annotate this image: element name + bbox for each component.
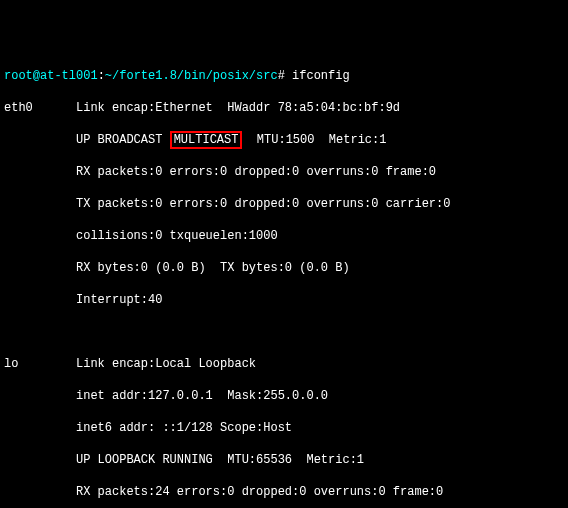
eth0-bytes: RX bytes:0 (0.0 B) TX bytes:0 (0.0 B) (76, 260, 564, 276)
iface-eth0: eth0 (4, 100, 76, 116)
lo-inet: inet addr:127.0.0.1 Mask:255.0.0.0 (76, 388, 564, 404)
eth0-flags-a: UP BROADCAST (76, 133, 170, 147)
eth0-flags: UP BROADCAST MULTICAST MTU:1500 Metric:1 (76, 132, 564, 148)
lo-flags: UP LOOPBACK RUNNING MTU:65536 Metric:1 (76, 452, 564, 468)
eth0-coll: collisions:0 txqueuelen:1000 (76, 228, 564, 244)
prompt-cmd: ifconfig (292, 69, 350, 83)
lo-link: Link encap:Local Loopback (76, 356, 256, 372)
eth0-block: eth0Link encap:Ethernet HWaddr 78:a5:04:… (4, 100, 564, 116)
eth0-tx: TX packets:0 errors:0 dropped:0 overruns… (76, 196, 564, 212)
eth0-rx: RX packets:0 errors:0 dropped:0 overruns… (76, 164, 564, 180)
prompt-userhost: root@at-tl001 (4, 69, 98, 83)
prompt-path: ~/forte1.8/bin/posix/src (105, 69, 278, 83)
lo-rx: RX packets:24 errors:0 dropped:0 overrun… (76, 484, 564, 500)
iface-lo: lo (4, 356, 76, 372)
eth0-link: Link encap:Ethernet HWaddr 78:a5:04:bc:b… (76, 100, 400, 116)
lo-inet6: inet6 addr: ::1/128 Scope:Host (76, 420, 564, 436)
blank-1 (4, 324, 564, 340)
prompt-sep1: : (98, 69, 105, 83)
prompt-sep2: # (278, 69, 292, 83)
eth0-multicast-highlight: MULTICAST (170, 131, 243, 149)
eth0-flags-b: MTU:1500 Metric:1 (242, 133, 386, 147)
lo-block: loLink encap:Local Loopback (4, 356, 564, 372)
eth0-irq: Interrupt:40 (76, 292, 564, 308)
prompt-line: root@at-tl001:~/forte1.8/bin/posix/src# … (4, 68, 564, 84)
